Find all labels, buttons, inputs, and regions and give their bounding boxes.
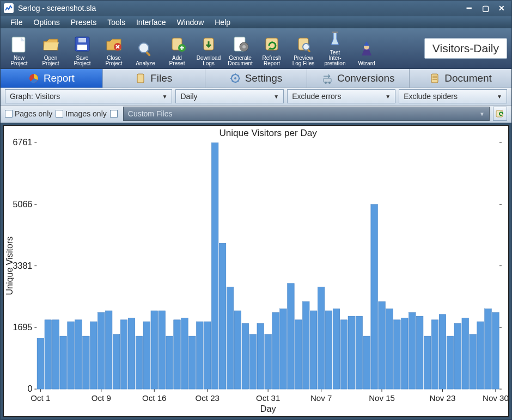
chart-bar: [197, 322, 204, 389]
chart-bar: [113, 334, 120, 388]
svg-point-29: [328, 82, 331, 84]
analyze-icon: [136, 40, 155, 59]
chart-bar: [295, 319, 302, 388]
download-logs-button[interactable]: DownloadLogs: [194, 30, 223, 66]
wizard-button[interactable]: Wizard: [352, 30, 381, 66]
svg-point-6: [139, 43, 149, 53]
new-project-icon: [10, 35, 28, 53]
save-project-button[interactable]: SaveProject: [68, 30, 96, 66]
chart-bar: [219, 243, 226, 389]
close-button[interactable]: ✕: [495, 3, 508, 13]
spiders-dropdown[interactable]: Exclude spiders: [399, 89, 507, 103]
menubar: FileOptionsPresetsToolsInterfaceWindowHe…: [1, 16, 511, 29]
preview-log-files-button[interactable]: PreviewLog Files: [289, 30, 318, 66]
chart-bar: [303, 301, 310, 389]
x-tick: Nov 15: [369, 393, 395, 403]
minimize-button[interactable]: ━: [462, 3, 476, 13]
custom-files-dropdown[interactable]: Custom Files: [123, 107, 490, 121]
files-icon: [135, 73, 146, 84]
svg-point-13: [242, 45, 246, 48]
chart-bar: [401, 318, 409, 389]
chart-bar: [340, 319, 348, 388]
chart-bar: [288, 283, 295, 388]
window-title: Serlog - screenshot.sla: [18, 4, 96, 13]
app-window: Serlog - screenshot.sla ━ ▢ ✕ FileOption…: [0, 0, 512, 420]
svg-rect-4: [78, 38, 86, 42]
download-logs-icon: [199, 35, 218, 53]
refresh-icon: [495, 109, 505, 119]
x-axis-label: Day: [260, 404, 277, 413]
new-project-button[interactable]: NewProject: [5, 30, 33, 66]
blank-checkbox[interactable]: [110, 110, 120, 118]
svg-rect-27: [324, 78, 331, 82]
chart-bar: [120, 319, 127, 388]
refresh-chart-button[interactable]: [493, 107, 507, 121]
chart-bar: [363, 336, 370, 389]
chart-bar: [166, 336, 173, 389]
menu-help[interactable]: Help: [210, 17, 235, 28]
add-preset-icon: [168, 35, 186, 53]
tab-document[interactable]: Document: [410, 69, 511, 87]
chart-bar: [416, 316, 423, 389]
svg-marker-20: [362, 50, 371, 55]
chart-bar: [454, 323, 461, 389]
close-project-icon: [105, 35, 123, 53]
open-project-button[interactable]: OpenProject: [36, 30, 65, 66]
chart-bar: [234, 311, 241, 389]
maximize-button[interactable]: ▢: [479, 3, 492, 13]
chart-bar: [45, 319, 52, 388]
images-only-checkbox[interactable]: Images only: [56, 109, 106, 118]
tab-files[interactable]: Files: [103, 69, 205, 87]
chart-bar: [97, 312, 105, 389]
chart-bar: [143, 322, 150, 389]
chart-bar: [280, 308, 287, 388]
chart-title: Unique Visitors per Day: [219, 128, 317, 138]
chart-bar: [90, 322, 97, 389]
chart-bar: [310, 311, 317, 389]
chart-bar: [485, 308, 492, 388]
chart-bar: [356, 316, 363, 389]
errors-dropdown[interactable]: Exclude errors: [287, 89, 395, 103]
refresh-report-button[interactable]: RefreshReport: [258, 30, 286, 66]
menu-interface[interactable]: Interface: [132, 17, 170, 28]
svg-point-28: [325, 82, 327, 84]
graph-dropdown[interactable]: Graph: Visitors: [5, 89, 172, 103]
analyze-button[interactable]: Analyze: [131, 30, 160, 66]
close-project-button[interactable]: CloseProject: [100, 30, 128, 66]
period-dropdown[interactable]: Daily: [175, 89, 284, 103]
chart-bar: [257, 323, 264, 389]
chart-bar: [492, 312, 499, 389]
chart-bar: [348, 316, 355, 389]
y-tick: 5066: [13, 199, 33, 208]
add-preset-button[interactable]: AddPreset: [163, 30, 191, 66]
tab-conversions[interactable]: Conversions: [307, 69, 410, 87]
chart-bar: [431, 319, 438, 388]
app-icon: [4, 3, 14, 13]
chart-bar: [333, 308, 340, 388]
pages-only-checkbox[interactable]: Pages only: [5, 109, 52, 118]
menu-window[interactable]: Window: [172, 17, 208, 28]
y-tick: 0: [27, 384, 32, 393]
tab-settings[interactable]: Settings: [205, 69, 308, 87]
menu-presets[interactable]: Presets: [66, 17, 101, 28]
chart-bar: [181, 318, 188, 389]
chart-bar: [204, 322, 211, 389]
test-interpretation-button[interactable]: TestInter-pretation: [321, 30, 349, 66]
chart-bar: [379, 301, 386, 389]
y-tick: 6761: [13, 137, 33, 147]
x-tick: Nov 7: [310, 393, 332, 403]
menu-options[interactable]: Options: [29, 17, 64, 28]
svg-marker-22: [364, 41, 369, 46]
refresh-report-icon: [263, 35, 281, 53]
generate-document-button[interactable]: GenerateDocument: [226, 30, 254, 66]
chart-bar: [325, 311, 332, 389]
tab-report[interactable]: Report: [1, 69, 103, 87]
chart-bar: [318, 287, 325, 389]
chart-bar: [136, 336, 143, 389]
view-label: Visitors-Daily: [424, 38, 507, 59]
x-tick: Oct 1: [31, 393, 50, 403]
menu-tools[interactable]: Tools: [103, 17, 130, 28]
test-interpretation-icon: [326, 29, 344, 48]
menu-file[interactable]: File: [6, 17, 27, 28]
svg-rect-3: [77, 45, 87, 50]
